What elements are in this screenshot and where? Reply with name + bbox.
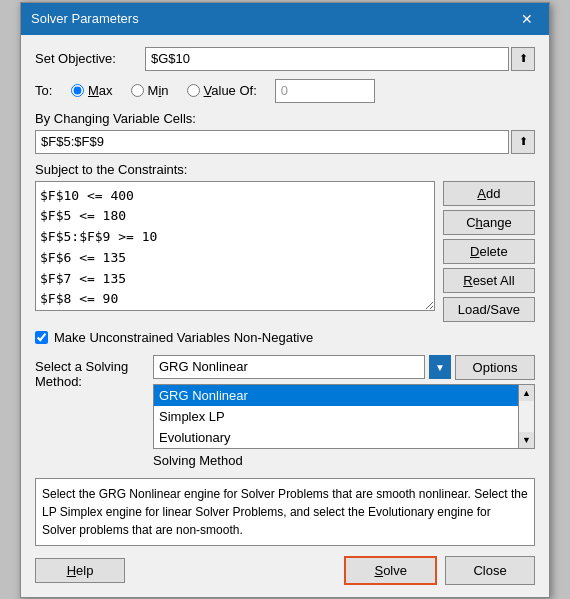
value-of-input[interactable] — [275, 79, 375, 103]
dropdown-item-evolutionary[interactable]: Evolutionary — [154, 427, 518, 448]
scroll-up-icon[interactable]: ▲ — [519, 385, 534, 401]
dropdown-open: GRG Nonlinear Simplex LP Evolutionary ▲ … — [153, 384, 535, 449]
constraints-label: Subject to the Constraints: — [35, 162, 535, 177]
to-radio-group: Max Min Value Of: — [71, 79, 535, 103]
radio-value-of[interactable]: Value Of: — [187, 83, 257, 98]
bottom-buttons: Help Solve Close — [35, 556, 535, 587]
changing-cells-row: ⬆ — [35, 130, 535, 154]
close-icon[interactable]: ✕ — [515, 9, 539, 29]
solving-right: GRG Nonlinear ▼ Options GRG Nonlinear Si… — [153, 355, 535, 472]
set-objective-label: Set Objective: — [35, 51, 145, 66]
help-button[interactable]: Help — [35, 558, 125, 583]
to-row: To: Max Min Value Of: — [35, 79, 535, 103]
solver-dialog: Solver Parameters ✕ Set Objective: ⬆ To:… — [20, 2, 550, 598]
scroll-down-icon[interactable]: ▼ — [519, 432, 534, 448]
constraints-area: $F$10 <= 400 $F$5 <= 180 $F$5:$F$9 >= 10… — [35, 181, 535, 322]
radio-min[interactable]: Min — [131, 83, 169, 98]
changing-cells-input[interactable] — [35, 130, 509, 154]
solving-method-label: Select a SolvingMethod: — [35, 355, 145, 389]
dropdown-scrollbar: ▲ ▼ — [519, 384, 535, 449]
set-objective-input[interactable] — [145, 47, 509, 71]
title-bar: Solver Parameters ✕ — [21, 3, 549, 35]
dropdown-item-simplex[interactable]: Simplex LP — [154, 406, 518, 427]
changing-cells-upload-icon[interactable]: ⬆ — [511, 130, 535, 154]
solving-method-value: GRG Nonlinear — [159, 359, 248, 374]
load-save-button[interactable]: Load/Save — [443, 297, 535, 322]
changing-cells-label: By Changing Variable Cells: — [35, 111, 535, 126]
dropdown-item-grg[interactable]: GRG Nonlinear — [154, 385, 518, 406]
to-label: To: — [35, 83, 71, 98]
add-button[interactable]: Add — [443, 181, 535, 206]
right-buttons: Solve Close — [344, 556, 535, 585]
solve-button[interactable]: Solve — [344, 556, 437, 585]
non-negative-label: Make Unconstrained Variables Non-Negativ… — [54, 330, 313, 345]
close-button[interactable]: Close — [445, 556, 535, 585]
solving-section: Select a SolvingMethod: GRG Nonlinear ▼ … — [35, 355, 535, 472]
radio-max[interactable]: Max — [71, 83, 113, 98]
radio-value-of-label: Value Of: — [204, 83, 257, 98]
dropdown-list: GRG Nonlinear Simplex LP Evolutionary — [153, 384, 519, 449]
set-objective-row: Set Objective: ⬆ — [35, 47, 535, 71]
non-negative-checkbox[interactable] — [35, 331, 48, 344]
radio-max-label: Max — [88, 83, 113, 98]
checkbox-row: Make Unconstrained Variables Non-Negativ… — [35, 330, 535, 345]
dropdown-arrow-icon[interactable]: ▼ — [429, 355, 451, 379]
set-objective-upload-icon[interactable]: ⬆ — [511, 47, 535, 71]
select-wrapper: GRG Nonlinear ▼ Options — [153, 355, 535, 380]
description-text: Select the GRG Nonlinear engine for Solv… — [42, 487, 528, 537]
delete-button[interactable]: Delete — [443, 239, 535, 264]
description-box: Select the GRG Nonlinear engine for Solv… — [35, 478, 535, 546]
change-button[interactable]: Change — [443, 210, 535, 235]
solving-method-display: GRG Nonlinear — [153, 355, 425, 379]
solving-method-sublabel: Solving Method — [153, 453, 535, 468]
constraints-buttons: Add Change Delete Reset All Load/Save — [443, 181, 535, 322]
reset-all-button[interactable]: Reset All — [443, 268, 535, 293]
radio-min-label: Min — [148, 83, 169, 98]
constraints-list[interactable]: $F$10 <= 400 $F$5 <= 180 $F$5:$F$9 >= 10… — [35, 181, 435, 311]
dialog-title: Solver Parameters — [31, 11, 139, 26]
options-button[interactable]: Options — [455, 355, 535, 380]
